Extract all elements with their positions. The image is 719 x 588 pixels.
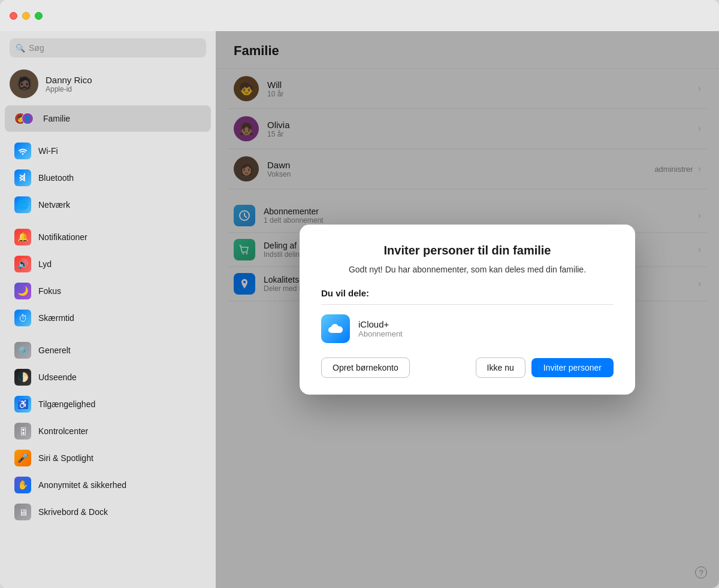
sidebar-label-skrivebord: Skrivebord & Dock [38,507,108,517]
titlebar [0,0,719,31]
close-button[interactable] [10,12,17,20]
user-profile[interactable]: 🧔🏿 Danny Rico Apple-id [0,65,216,103]
sidebar-label-siri: Siri & Spotlight [38,453,93,463]
sidebar-label-familie: Familie [43,114,70,123]
sidebar-item-wifi[interactable]: Wi-Fi [5,138,211,164]
notif-icon: 🔔 [14,229,31,245]
wifi-icon [14,143,31,159]
focus-icon: 🌙 [14,283,31,299]
sidebar-item-lyd[interactable]: 🔊 Lyd [5,251,211,277]
sidebar-label-skaermtid: Skærmtid [38,313,74,323]
content-area: Familie 🧒 Will 10 år › 👧🏽 Olivia [216,31,719,588]
sidebar-item-tilgaengelighed[interactable]: ♿ Tilgængelighed [5,391,211,417]
sidebar-label-privathed: Anonymitet & sikkerhed [38,480,126,490]
sidebar-item-notifikationer[interactable]: 🔔 Notifikationer [5,224,211,250]
sidebar-label-generelt: Generelt [38,345,71,355]
sound-icon: 🔊 [14,256,31,272]
privacy-icon: ✋ [14,477,31,493]
access-icon: ♿ [14,396,31,413]
general-icon: ⚙️ [14,342,31,359]
main-layout: 🔍 Søg 🧔🏿 Danny Rico Apple-id 👩 👤 [0,31,719,588]
sidebar-label-lyd: Lyd [38,259,52,269]
sidebar-item-familie[interactable]: 👩 👤 Familie [5,105,211,132]
sidebar-item-bluetooth[interactable]: Bluetooth [5,165,211,191]
bluetooth-icon [14,169,31,186]
create-child-account-button[interactable]: Opret børnekonto [321,357,410,378]
minimize-button[interactable] [22,12,30,20]
search-icon: 🔍 [16,44,25,53]
sidebar-label-bluetooth: Bluetooth [38,173,74,183]
sidebar-label-wifi: Wi-Fi [38,146,58,156]
icloud-type: Abonnement [358,329,403,338]
dialog-share-label: Du vil dele: [321,288,614,298]
family-icon: 👩 👤 [14,110,36,127]
sidebar-label-netvaerk: Netværk [38,200,70,210]
invite-dialog: Inviter personer til din familie Godt ny… [300,225,635,395]
icloud-icon [321,314,350,343]
sidebar-item-kontrolcenter[interactable]: 🎛 Kontrolcenter [5,418,211,444]
screentime-icon: ⏱ [14,310,31,326]
dialog-title: Inviter personer til din familie [321,244,614,257]
search-bar[interactable]: 🔍 Søg [10,38,206,57]
appearance-icon: 🌓 [14,369,31,386]
search-placeholder: Søg [29,43,44,53]
siri-icon: 🎤 [14,450,31,466]
sidebar-item-privathed[interactable]: ✋ Anonymitet & sikkerhed [5,472,211,498]
desktop-icon: 🖥 [14,504,31,520]
sidebar-item-netvaerk[interactable]: 🌐 Netværk [5,192,211,218]
maximize-button[interactable] [35,12,43,20]
network-icon: 🌐 [14,196,31,213]
sidebar-item-udseende[interactable]: 🌓 Udseende [5,364,211,390]
sidebar-label-fokus: Fokus [38,286,61,296]
control-icon: 🎛 [14,423,31,440]
icloud-name: iCloud+ [358,319,403,329]
user-info: Danny Rico Apple-id [46,75,92,93]
avatar: 🧔🏿 [10,69,38,98]
modal-overlay: Inviter personer til din familie Godt ny… [216,31,719,588]
invite-people-button[interactable]: Inviter personer [531,358,614,377]
sidebar-label-kontrolcenter: Kontrolcenter [38,426,88,436]
user-subtitle: Apple-id [46,85,92,93]
sidebar-item-skaermtid[interactable]: ⏱ Skærmtid [5,305,211,331]
icloud-text: iCloud+ Abonnement [358,319,403,338]
sidebar: 🔍 Søg 🧔🏿 Danny Rico Apple-id 👩 👤 [0,31,216,588]
traffic-lights [10,12,43,20]
icloud-row: iCloud+ Abonnement [321,314,614,343]
sidebar-item-generelt[interactable]: ⚙️ Generelt [5,337,211,363]
sidebar-label-tilgaengelighed: Tilgængelighed [38,399,95,409]
dialog-subtitle: Godt nyt! Du har abonnementer, som kan d… [321,263,614,276]
dialog-buttons: Opret børnekonto Ikke nu Inviter persone… [321,357,614,378]
dialog-divider [321,304,614,305]
sidebar-item-fokus[interactable]: 🌙 Fokus [5,278,211,304]
sidebar-item-skrivebord[interactable]: 🖥 Skrivebord & Dock [5,499,211,525]
sidebar-item-siri[interactable]: 🎤 Siri & Spotlight [5,445,211,471]
main-window: 🔍 Søg 🧔🏿 Danny Rico Apple-id 👩 👤 [0,0,719,588]
not-now-button[interactable]: Ikke nu [476,357,525,378]
sidebar-label-notifikationer: Notifikationer [38,232,87,242]
sidebar-label-udseende: Udseende [38,372,77,382]
user-name: Danny Rico [46,75,92,85]
